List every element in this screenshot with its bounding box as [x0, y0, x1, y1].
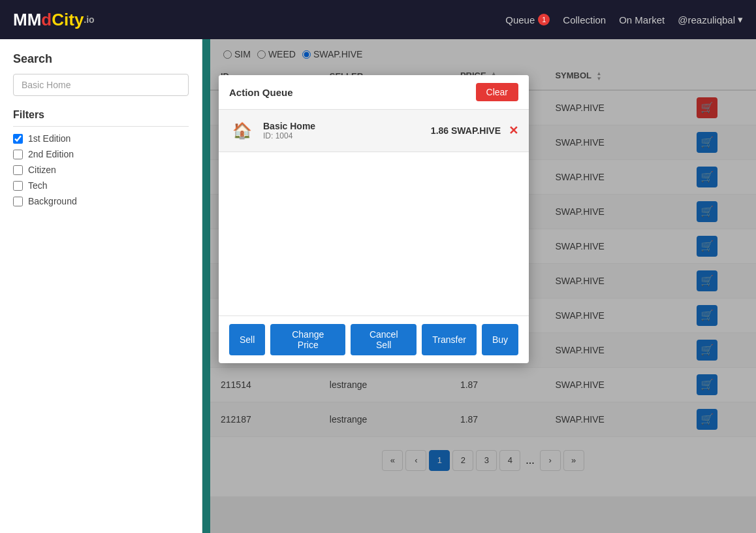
modal-body [219, 152, 529, 315]
on-market-link[interactable]: On Market [619, 14, 665, 25]
cancel-sell-button[interactable]: Cancel Sell [351, 324, 417, 355]
action-queue-modal: Action Queue Clear 🏠 Basic Home ID: 1004… [219, 75, 529, 363]
user-label: @reazuliqbal [678, 14, 735, 25]
logo-d: d [41, 10, 52, 30]
main-layout: Search Filters 1st Edition 2nd Edition C… [0, 39, 756, 533]
change-price-button[interactable]: Change Price [270, 324, 345, 355]
queue-badge: 1 [538, 14, 550, 25]
sell-button[interactable]: Sell [229, 324, 265, 355]
queue-item-icon: 🏠 [229, 118, 255, 144]
queue-item-price: 1.86 SWAP.HIVE [431, 125, 501, 136]
queue-item-id: ID: 1004 [263, 131, 423, 140]
modal-title: Action Queue [229, 87, 293, 98]
logo-mm: MM [13, 10, 41, 30]
filter-tech-label: Tech [28, 180, 48, 191]
main-content: SIM WEED SWAP.HIVE ID SELL [202, 39, 756, 533]
filter-1st-edition-checkbox[interactable] [13, 134, 23, 144]
filter-citizen-label: Citizen [28, 165, 56, 175]
header: MM d City .io Queue 1 Collection On Mark… [0, 0, 756, 39]
logo-io: .io [84, 14, 94, 25]
modal-header: Action Queue Clear [219, 75, 529, 110]
buy-button[interactable]: Buy [482, 324, 518, 355]
clear-button[interactable]: Clear [476, 83, 518, 101]
filter-citizen[interactable]: Citizen [13, 165, 189, 175]
filter-1st-edition-label: 1st Edition [28, 133, 71, 144]
logo-city: City [52, 10, 84, 30]
filter-2nd-edition[interactable]: 2nd Edition [13, 149, 189, 159]
collection-link[interactable]: Collection [563, 14, 606, 25]
queue-button[interactable]: Queue 1 [505, 14, 550, 25]
queue-item-name: Basic Home [263, 121, 423, 131]
filter-1st-edition[interactable]: 1st Edition [13, 133, 189, 144]
search-title: Search [13, 52, 189, 66]
logo: MM d City .io [13, 10, 95, 30]
user-menu-button[interactable]: @reazuliqbal ▾ [678, 14, 743, 25]
filter-background-label: Background [28, 196, 77, 206]
filters-title: Filters [13, 109, 189, 127]
queue-item-info: Basic Home ID: 1004 [263, 121, 423, 140]
transfer-button[interactable]: Transfer [422, 324, 477, 355]
filter-citizen-checkbox[interactable] [13, 165, 23, 175]
filter-tech-checkbox[interactable] [13, 181, 23, 191]
modal-footer: Sell Change Price Cancel Sell Transfer B… [219, 315, 529, 363]
queue-item-remove-button[interactable]: ✕ [509, 125, 518, 137]
filter-2nd-edition-label: 2nd Edition [28, 149, 74, 159]
header-nav: Queue 1 Collection On Market @reazuliqba… [505, 14, 743, 25]
sidebar: Search Filters 1st Edition 2nd Edition C… [0, 39, 202, 533]
filter-2nd-edition-checkbox[interactable] [13, 150, 23, 159]
queue-item: 🏠 Basic Home ID: 1004 1.86 SWAP.HIVE ✕ [219, 110, 529, 152]
filter-background[interactable]: Background [13, 196, 189, 206]
filter-background-checkbox[interactable] [13, 197, 23, 206]
dropdown-arrow-icon: ▾ [738, 14, 743, 25]
queue-label: Queue [505, 14, 535, 25]
filter-tech[interactable]: Tech [13, 180, 189, 191]
search-input[interactable] [13, 74, 189, 96]
